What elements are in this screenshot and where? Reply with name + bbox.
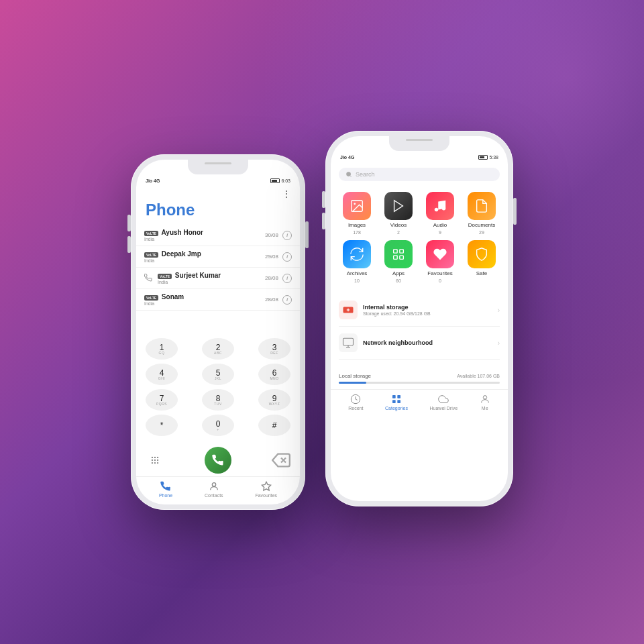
nav-recent[interactable]: Recent xyxy=(348,394,363,411)
phone-files: Jio 4G 5:38 Search Images 178 xyxy=(325,131,513,506)
svg-rect-21 xyxy=(400,250,404,254)
contact-info: VoLTE Sonam India xyxy=(144,293,265,306)
volume-up-button[interactable] xyxy=(127,215,131,231)
svg-rect-27 xyxy=(343,338,354,345)
audio-label: Audio xyxy=(433,222,447,228)
contact-info-button[interactable]: i xyxy=(282,252,292,262)
nav-categories[interactable]: Categories xyxy=(385,394,408,411)
volume-down-button[interactable] xyxy=(322,213,325,229)
dial-key-3[interactable]: 3DEF xyxy=(258,338,290,360)
network-storage-item[interactable]: Network neighbourhood › xyxy=(339,327,500,360)
network-storage-name: Network neighbourhood xyxy=(363,339,498,346)
contact-info: VoLTE Surjeet Kumar India xyxy=(158,272,265,284)
svg-rect-22 xyxy=(394,256,398,260)
contact-item[interactable]: VoLTE Ayush Honor India 30/08 i xyxy=(136,225,300,246)
local-storage-available: Available 107.06 GB xyxy=(457,374,500,378)
notch xyxy=(389,136,449,151)
storage-progress-bar xyxy=(339,382,500,384)
nav-contacts[interactable]: Contacts xyxy=(205,481,223,498)
docs-count: 29 xyxy=(479,230,484,235)
internal-storage-item[interactable]: Internal storage Storage used: 20.94 GB/… xyxy=(339,294,500,327)
grid-icon[interactable] xyxy=(146,451,164,470)
notch-speaker xyxy=(205,162,231,164)
contact-item[interactable]: VoLTE Sonam India 28/08 i xyxy=(136,289,300,311)
bottom-nav: Phone Contacts Favourites xyxy=(136,476,300,504)
dial-key-7[interactable]: 7PQRS xyxy=(146,389,178,411)
svg-rect-31 xyxy=(392,395,396,398)
notch-speaker xyxy=(406,139,433,141)
archives-count: 10 xyxy=(354,278,360,283)
category-apps[interactable]: Apps 60 xyxy=(380,240,417,283)
dial-key-4[interactable]: 4GHI xyxy=(146,364,178,385)
power-button[interactable] xyxy=(513,198,517,225)
nav-me[interactable]: Me xyxy=(480,394,490,411)
svg-marker-17 xyxy=(394,201,403,212)
videos-count: 2 xyxy=(397,230,400,235)
dialpad-row-2: 4GHI 5JKL 6MNO xyxy=(146,364,290,385)
dial-key-5[interactable]: 5JKL xyxy=(202,364,234,385)
svg-point-7 xyxy=(154,462,156,464)
search-icon xyxy=(345,171,352,178)
contact-info-button[interactable]: i xyxy=(282,274,292,283)
svg-point-35 xyxy=(483,396,486,399)
svg-point-4 xyxy=(154,460,156,461)
category-audio[interactable]: Audio 9 xyxy=(422,192,458,235)
chevron-icon: › xyxy=(498,339,500,347)
svg-point-19 xyxy=(442,207,446,211)
svg-point-3 xyxy=(152,460,153,461)
svg-point-5 xyxy=(157,460,158,461)
nav-huawei-drive[interactable]: Huawei Drive xyxy=(429,394,458,411)
menu-dots[interactable]: ⋮ xyxy=(282,189,292,199)
volume-up-button[interactable] xyxy=(322,191,325,208)
svg-point-6 xyxy=(152,462,153,464)
dial-key-1[interactable]: 1GQ xyxy=(146,338,178,360)
contact-item[interactable]: VoLTE Deepak Jmp India 29/08 i xyxy=(136,246,300,268)
search-bar[interactable]: Search xyxy=(339,168,500,181)
call-button[interactable] xyxy=(205,447,231,474)
dial-key-6[interactable]: 6MNO xyxy=(258,364,290,385)
phones-container: Jio 4G 6:03 ⋮ Phone VoLTE xyxy=(131,134,513,510)
nav-phone[interactable]: Phone xyxy=(159,481,172,498)
category-videos[interactable]: Videos 2 xyxy=(380,192,417,235)
category-images[interactable]: Images 178 xyxy=(339,192,375,235)
dial-key-2[interactable]: 2ABC xyxy=(202,338,234,360)
dial-key-8[interactable]: 8TUV xyxy=(202,389,234,411)
category-archives[interactable]: Archives 10 xyxy=(339,240,375,283)
nav-recent-label: Recent xyxy=(348,406,363,411)
storage-item-info: Internal storage Storage used: 20.94 GB/… xyxy=(363,304,498,316)
carrier-label: Jio 4G xyxy=(146,178,160,183)
dial-key-hash[interactable]: # xyxy=(258,415,290,436)
network-icon xyxy=(339,333,358,352)
contact-info: VoLTE Ayush Honor India xyxy=(144,229,265,241)
backspace-button[interactable] xyxy=(272,451,290,470)
category-safe[interactable]: Safe xyxy=(464,240,500,283)
category-favourites[interactable]: Favourites 0 xyxy=(422,240,458,283)
volume-down-button[interactable] xyxy=(127,236,131,253)
contact-info-button[interactable]: i xyxy=(282,231,292,240)
chevron-icon: › xyxy=(498,307,500,314)
contact-badge: VoLTE xyxy=(144,295,158,301)
dial-key-0[interactable]: 0+ xyxy=(202,415,234,436)
svg-rect-32 xyxy=(397,395,400,398)
svg-point-8 xyxy=(157,462,158,464)
carrier-label: Jio 4G xyxy=(340,155,354,160)
local-storage-label: Local storage Available 107.06 GB xyxy=(339,373,500,379)
favourites-icon xyxy=(426,240,454,268)
contact-info: VoLTE Deepak Jmp India xyxy=(144,250,265,263)
power-button[interactable] xyxy=(305,221,309,248)
svg-rect-23 xyxy=(400,256,404,260)
apps-count: 60 xyxy=(396,278,401,283)
contact-info-button[interactable]: i xyxy=(282,295,292,305)
favourites-label: Favourites xyxy=(427,270,452,276)
time-label: 6:03 xyxy=(270,178,290,183)
local-storage-bar: Local storage Available 107.06 GB xyxy=(331,368,508,389)
dial-key-star[interactable]: * xyxy=(146,415,178,436)
contact-item[interactable]: VoLTE Surjeet Kumar India 28/08 i xyxy=(136,268,300,289)
contact-badge: VoLTE xyxy=(144,252,158,258)
nav-favourites[interactable]: Favourites xyxy=(255,481,277,498)
category-documents[interactable]: Documents 29 xyxy=(464,192,500,235)
dial-key-9[interactable]: 9WXYZ xyxy=(258,389,290,411)
svg-marker-12 xyxy=(262,482,270,490)
contact-region: India xyxy=(144,237,265,241)
time-label: 5:38 xyxy=(478,155,498,160)
